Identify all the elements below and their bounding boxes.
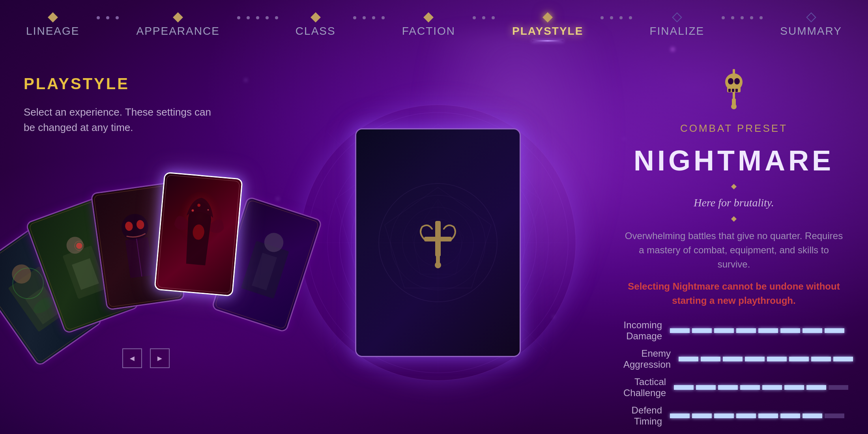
nav-dot-appearance <box>173 12 183 22</box>
combat-preset-name: NIGHTMARE <box>623 144 844 177</box>
divider-diamond <box>731 216 737 222</box>
stat-label-tactical-challenge: Tactical Challenge <box>623 376 666 398</box>
sidebar-item-class[interactable]: Class <box>280 14 352 37</box>
section-description: Select an experience. These settings can… <box>24 105 221 135</box>
combat-preset-icon-container <box>623 67 844 110</box>
stat-bars-incoming-damage <box>670 328 844 333</box>
nav-connector <box>352 16 386 19</box>
card-art-4 <box>164 185 233 283</box>
sidebar-item-playstyle[interactable]: Playstyle <box>496 14 599 37</box>
nav-connector <box>236 16 280 19</box>
stat-bar <box>829 385 848 390</box>
stat-bar <box>696 385 716 390</box>
nav-items: Lineage Appearance Class Faction <box>10 14 858 37</box>
warning-text: Selecting Nightmare cannot be undone wit… <box>623 279 844 308</box>
stat-bar <box>767 357 787 361</box>
nav-dot-playstyle <box>542 12 552 22</box>
center-panel <box>276 51 600 434</box>
nav-dot-faction <box>424 12 434 22</box>
nav-label-lineage: Lineage <box>26 25 79 37</box>
stat-bar <box>806 385 826 390</box>
stat-bars-defend-timing <box>670 413 844 418</box>
nav-label-class: Class <box>296 25 336 37</box>
svg-point-45 <box>435 262 441 268</box>
right-panel: COMBAT PRESET NIGHTMARE Here for brutali… <box>600 51 868 434</box>
stat-defend-timing: Defend Timing <box>623 405 844 427</box>
sidebar-item-appearance[interactable]: Appearance <box>120 14 235 37</box>
sidebar-item-lineage[interactable]: Lineage <box>10 14 95 37</box>
main-content: PLAYSTYLE Select an experience. These se… <box>0 51 868 434</box>
nav-label-appearance: Appearance <box>136 25 219 37</box>
stat-bar <box>758 413 778 418</box>
svg-rect-57 <box>735 89 738 92</box>
card-navigation: ◄ ► <box>122 348 170 368</box>
prev-card-button[interactable]: ◄ <box>122 348 142 368</box>
stat-bar <box>784 385 804 390</box>
stat-enemy-aggression: Enemy Aggression <box>623 348 844 370</box>
section-title: PLAYSTYLE <box>24 75 253 93</box>
nav-connector <box>599 16 634 19</box>
svg-rect-56 <box>732 89 734 92</box>
stat-bar <box>745 357 765 361</box>
nav-dot-summary <box>806 12 816 22</box>
stats-container: Incoming Damage Enemy Aggression <box>623 320 844 427</box>
stat-bar <box>714 413 734 418</box>
stat-bar <box>780 328 800 333</box>
svg-rect-55 <box>728 89 731 92</box>
svg-point-53 <box>728 78 733 84</box>
stat-bar <box>736 413 756 418</box>
stat-bar <box>740 385 760 390</box>
stat-bar <box>825 328 844 333</box>
stat-bar <box>803 328 822 333</box>
sidebar-item-summary[interactable]: Summary <box>764 14 858 37</box>
sidebar-item-faction[interactable]: Faction <box>386 14 471 37</box>
playstyle-card-selected[interactable] <box>154 172 243 296</box>
stat-bar <box>762 385 782 390</box>
navigation-bar: Lineage Appearance Class Faction <box>0 0 868 51</box>
stat-bars-tactical-challenge <box>674 385 848 390</box>
stat-bar <box>780 413 800 418</box>
nav-label-playstyle: Playstyle <box>512 25 583 37</box>
stat-label-defend-timing: Defend Timing <box>623 405 662 427</box>
stat-bar <box>692 328 712 333</box>
stat-bar <box>736 328 756 333</box>
stat-bar <box>679 357 698 361</box>
left-panel: PLAYSTYLE Select an experience. These se… <box>0 51 276 434</box>
nav-dot-finalize <box>672 12 682 22</box>
nav-label-faction: Faction <box>402 25 455 37</box>
preset-tagline: Here for brutality. <box>623 196 844 209</box>
combat-preset-label: COMBAT PRESET <box>623 122 844 135</box>
next-card-button[interactable]: ► <box>150 348 170 368</box>
stat-bar <box>674 385 694 390</box>
stat-bar <box>723 357 743 361</box>
nav-dot-class <box>311 12 320 22</box>
stat-bar <box>701 357 720 361</box>
stat-bar <box>714 328 734 333</box>
sidebar-item-finalize[interactable]: Finalize <box>634 14 720 37</box>
stat-incoming-damage: Incoming Damage <box>623 320 844 342</box>
nav-label-finalize: Finalize <box>649 25 704 37</box>
nav-connector <box>471 16 496 19</box>
preset-description: Overwhelming battles that give no quarte… <box>623 229 844 271</box>
stat-bar <box>670 328 690 333</box>
cards-container: ◄ ► <box>24 155 268 384</box>
stat-bars-enemy-aggression <box>679 357 853 361</box>
stat-bar <box>811 357 831 361</box>
divider-diamond <box>731 184 737 189</box>
stat-tactical-challenge: Tactical Challenge <box>623 376 844 398</box>
stat-bar <box>825 413 844 418</box>
svg-point-54 <box>734 78 740 84</box>
stat-bar <box>789 357 809 361</box>
nav-connector <box>720 16 764 19</box>
selected-card-large[interactable] <box>355 128 521 357</box>
stat-bar <box>803 413 822 418</box>
svg-point-50 <box>731 104 737 109</box>
skull-icon <box>714 67 754 110</box>
stat-bar <box>718 385 738 390</box>
stat-label-incoming-damage: Incoming Damage <box>623 320 662 342</box>
svg-rect-43 <box>424 237 452 241</box>
card-symbol <box>412 217 464 268</box>
stat-label-enemy-aggression: Enemy Aggression <box>623 348 671 370</box>
nav-dot-lineage <box>48 12 58 22</box>
stat-bar <box>670 413 690 418</box>
